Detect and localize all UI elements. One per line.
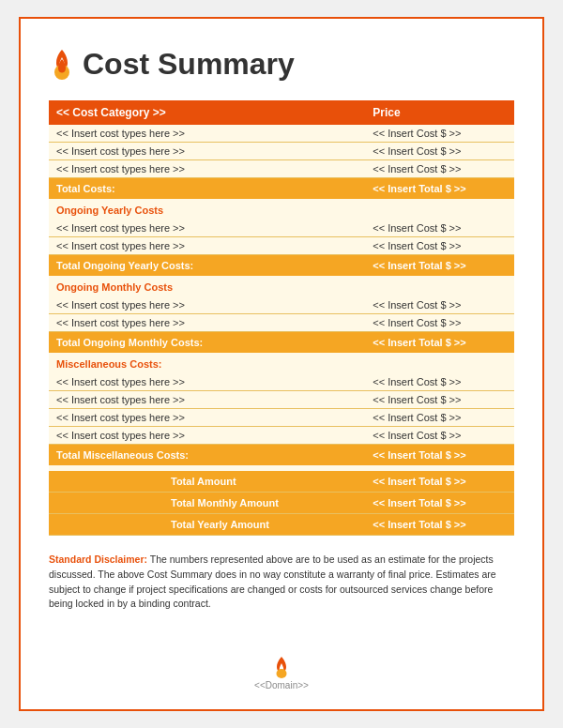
table-row: << Insert cost types here >> << Insert C…: [49, 427, 514, 445]
total-label: Total Ongoing Monthly Costs:: [49, 332, 365, 354]
total-row: Total Miscellaneous Costs: << Insert Tot…: [49, 445, 514, 466]
item-price: << Insert Cost $ >>: [365, 314, 514, 332]
total-price: << Insert Total $ >>: [365, 178, 514, 200]
item-label: << Insert cost types here >>: [49, 427, 365, 445]
total-label: Total Ongoing Yearly Costs:: [49, 255, 365, 277]
total-price: << Insert Total $ >>: [365, 332, 514, 354]
table-header-row: << Cost Category >> Price: [49, 100, 514, 125]
item-price: << Insert Cost $ >>: [365, 391, 514, 409]
section-header-row: Miscellaneous Costs:: [49, 353, 514, 373]
item-price: << Insert Cost $ >>: [365, 296, 514, 314]
summary-label: Total Amount: [49, 471, 365, 493]
page: Cost Summary << Cost Category >> Price <…: [19, 17, 544, 711]
table-row: << Insert cost types here >> << Insert C…: [49, 160, 514, 178]
item-price: << Insert Cost $ >>: [365, 373, 514, 391]
item-price: << Insert Cost $ >>: [365, 125, 514, 143]
table-row: << Insert cost types here >> << Insert C…: [49, 409, 514, 427]
item-label: << Insert cost types here >>: [49, 314, 365, 332]
summary-price: << Insert Total $ >>: [365, 493, 514, 514]
item-label: << Insert cost types here >>: [49, 220, 365, 237]
disclaimer: Standard Disclaimer: The numbers represe…: [49, 553, 514, 612]
total-row: Total Costs: << Insert Total $ >>: [49, 178, 514, 200]
table-row: << Insert cost types here >> << Insert C…: [49, 125, 514, 143]
table-row: << Insert cost types here >> << Insert C…: [49, 143, 514, 160]
item-price: << Insert Cost $ >>: [365, 427, 514, 445]
cost-table: << Cost Category >> Price << Insert cost…: [49, 100, 514, 536]
item-label: << Insert cost types here >>: [49, 143, 365, 160]
table-row: << Insert cost types here >> << Insert C…: [49, 391, 514, 409]
item-label: << Insert cost types here >>: [49, 296, 365, 314]
item-price: << Insert Cost $ >>: [365, 237, 514, 255]
table-row: << Insert cost types here >> << Insert C…: [49, 314, 514, 332]
item-label: << Insert cost types here >>: [49, 391, 365, 409]
footer: <<Domain>>: [49, 646, 514, 690]
summary-price: << Insert Total $ >>: [365, 514, 514, 536]
section-name: Ongoing Yearly Costs: [49, 199, 514, 220]
total-row: Total Ongoing Yearly Costs: << Insert To…: [49, 255, 514, 277]
table-row: << Insert cost types here >> << Insert C…: [49, 237, 514, 255]
total-price: << Insert Total $ >>: [365, 255, 514, 277]
section-name: Ongoing Monthly Costs: [49, 276, 514, 296]
item-label: << Insert cost types here >>: [49, 237, 365, 255]
svg-point-1: [277, 669, 287, 678]
section-name: Miscellaneous Costs:: [49, 353, 514, 373]
item-price: << Insert Cost $ >>: [365, 220, 514, 237]
item-label: << Insert cost types here >>: [49, 160, 365, 178]
summary-row: Total Monthly Amount << Insert Total $ >…: [49, 493, 514, 514]
summary-row: Total Amount << Insert Total $ >>: [49, 471, 514, 493]
header: Cost Summary: [49, 47, 514, 82]
summary-label: Total Monthly Amount: [49, 493, 365, 514]
page-title: Cost Summary: [83, 47, 295, 82]
item-price: << Insert Cost $ >>: [365, 160, 514, 178]
item-label: << Insert cost types here >>: [49, 373, 365, 391]
footer-domain: <<Domain>>: [254, 680, 309, 690]
section-header-row: Ongoing Yearly Costs: [49, 199, 514, 220]
summary-label: Total Yearly Amount: [49, 514, 365, 536]
table-row: << Insert cost types here >> << Insert C…: [49, 220, 514, 237]
item-price: << Insert Cost $ >>: [365, 143, 514, 160]
header-category: << Cost Category >>: [49, 100, 365, 125]
summary-row: Total Yearly Amount << Insert Total $ >>: [49, 514, 514, 536]
total-label: Total Costs:: [49, 178, 365, 200]
total-label: Total Miscellaneous Costs:: [49, 445, 365, 466]
footer-flame-icon: [273, 656, 290, 678]
header-price: Price: [365, 100, 514, 125]
table-row: << Insert cost types here >> << Insert C…: [49, 373, 514, 391]
item-label: << Insert cost types here >>: [49, 125, 365, 143]
table-row: << Insert cost types here >> << Insert C…: [49, 296, 514, 314]
disclaimer-bold: Standard Disclaimer:: [49, 554, 147, 565]
flame-icon: [49, 48, 75, 82]
total-price: << Insert Total $ >>: [365, 445, 514, 466]
total-row: Total Ongoing Monthly Costs: << Insert T…: [49, 332, 514, 354]
section-header-row: Ongoing Monthly Costs: [49, 276, 514, 296]
item-label: << Insert cost types here >>: [49, 409, 365, 427]
summary-price: << Insert Total $ >>: [365, 471, 514, 493]
item-price: << Insert Cost $ >>: [365, 409, 514, 427]
